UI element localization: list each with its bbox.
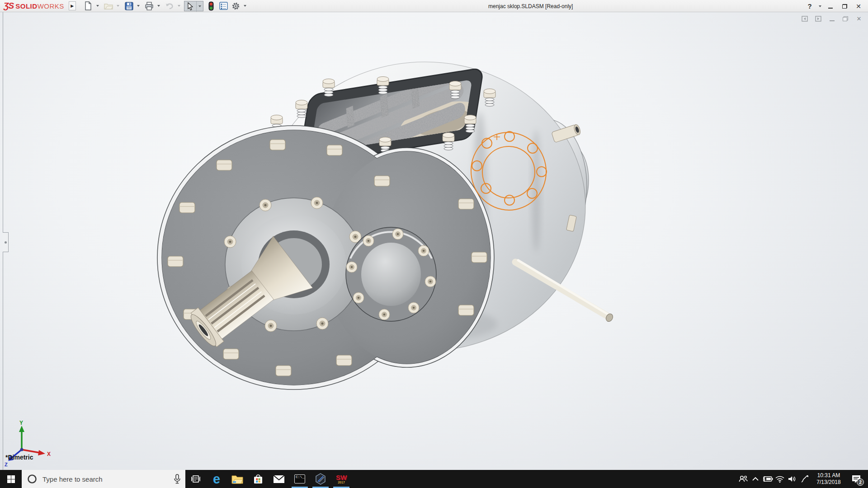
start-button[interactable] — [0, 470, 22, 488]
taskbar-clock[interactable]: 10:31 AM 7/13/2018 — [813, 472, 844, 486]
battery-status[interactable] — [761, 470, 774, 488]
taskbar-store-button[interactable] — [248, 470, 269, 488]
gear-icon — [231, 2, 240, 10]
orientation-triad: Y X Z — [3, 420, 57, 470]
taskbar-edge-button[interactable]: e — [206, 470, 227, 488]
wifi-status[interactable] — [774, 470, 786, 488]
volume-status[interactable] — [786, 470, 798, 488]
solidworks-2017-icon: SW 2017 — [336, 474, 347, 484]
people-icon — [738, 475, 748, 483]
open-document-caret[interactable] — [115, 1, 121, 11]
menu-expand-button[interactable]: ▶ — [69, 1, 76, 10]
stoplight-icon — [208, 1, 214, 11]
triad-x-label: X — [47, 451, 51, 457]
microphone-icon[interactable] — [174, 474, 181, 484]
clock-time: 10:31 AM — [813, 472, 844, 479]
options-button[interactable] — [230, 1, 242, 11]
restore-button[interactable] — [840, 1, 849, 11]
edge-icon: e — [213, 473, 220, 486]
minimize-button[interactable] — [826, 1, 835, 11]
notification-badge: 2 — [857, 479, 864, 486]
close-button[interactable]: ✕ — [854, 1, 863, 11]
graphics-viewport[interactable]: ✕ — [0, 12, 868, 470]
help-caret[interactable] — [819, 5, 821, 7]
save-caret[interactable] — [135, 1, 142, 11]
select-tool-button[interactable] — [184, 1, 197, 12]
command-prompt-icon: C:\_ — [294, 474, 305, 483]
open-document-button[interactable] — [103, 1, 115, 11]
select-tool-group — [184, 1, 203, 11]
taskbar-file-explorer-button[interactable] — [227, 470, 248, 488]
triad-z-label: Z — [5, 462, 8, 467]
title-bar: ƷS SOLIDWORKS ▶ — [0, 0, 868, 12]
undo-arrow-icon — [165, 2, 174, 10]
new-document-icon — [84, 1, 92, 10]
new-document-caret[interactable] — [94, 1, 101, 11]
solidworks-logo: ƷS SOLIDWORKS — [0, 1, 69, 11]
cortana-circle-icon — [27, 474, 37, 484]
taskbar-command-prompt-button[interactable]: C:\_ — [289, 470, 310, 488]
system-tray: 10:31 AM 7/13/2018 2 — [737, 470, 868, 488]
window-title: menjac sklop.SLDASM [Read-only] — [488, 3, 573, 9]
file-properties-button[interactable] — [217, 1, 230, 11]
print-button[interactable] — [143, 1, 156, 11]
file-properties-icon — [219, 2, 228, 10]
file-explorer-icon — [231, 474, 243, 484]
taskbar-hexagon-app-button[interactable] — [310, 470, 331, 488]
pen-icon — [800, 475, 808, 483]
speaker-icon — [788, 475, 797, 483]
wifi-icon — [775, 476, 784, 483]
side-bearing-cover[interactable] — [346, 227, 436, 321]
window-controls: ? ✕ — [805, 0, 863, 12]
undo-button[interactable] — [164, 1, 176, 11]
task-view-button[interactable] — [185, 470, 206, 488]
open-folder-icon — [104, 2, 113, 10]
taskbar-search-input[interactable]: Type here to search — [22, 470, 185, 488]
pen-settings[interactable] — [798, 470, 810, 488]
options-caret[interactable] — [242, 1, 248, 11]
taskbar: Type here to search e — [0, 470, 868, 488]
save-button[interactable] — [123, 1, 135, 11]
hexagon-app-icon — [315, 473, 326, 485]
print-caret[interactable] — [156, 1, 162, 11]
quick-access-toolbar — [82, 0, 250, 12]
new-document-button[interactable] — [82, 1, 94, 11]
gearbox-assembly-model[interactable] — [0, 12, 868, 470]
solidworks-logo-mark: ƷS — [4, 1, 14, 11]
task-view-icon — [191, 474, 201, 483]
action-center-button[interactable]: 2 — [847, 470, 865, 488]
select-cursor-icon — [187, 2, 194, 10]
mail-icon — [273, 475, 285, 483]
taskbar-mail-button[interactable] — [269, 470, 289, 488]
save-floppy-icon — [125, 2, 133, 10]
view-orientation-label: *Dimetric — [5, 454, 33, 461]
select-tool-caret[interactable] — [197, 1, 203, 12]
hidden-icons-chevron[interactable] — [749, 470, 761, 488]
microsoft-store-icon — [253, 474, 264, 484]
help-button[interactable]: ? — [805, 1, 815, 11]
rebuild-stoplight-button[interactable] — [205, 1, 217, 11]
clock-date: 7/13/2018 — [813, 479, 844, 486]
triad-y-label: Y — [19, 420, 23, 426]
windows-logo-icon — [7, 475, 15, 483]
undo-caret[interactable] — [176, 1, 182, 11]
taskbar-solidworks-button[interactable]: SW 2017 — [331, 470, 352, 488]
search-placeholder: Type here to search — [42, 475, 174, 483]
battery-charging-icon — [762, 476, 773, 482]
chevron-up-icon — [752, 477, 759, 481]
people-button[interactable] — [737, 470, 749, 488]
print-icon — [145, 2, 154, 10]
